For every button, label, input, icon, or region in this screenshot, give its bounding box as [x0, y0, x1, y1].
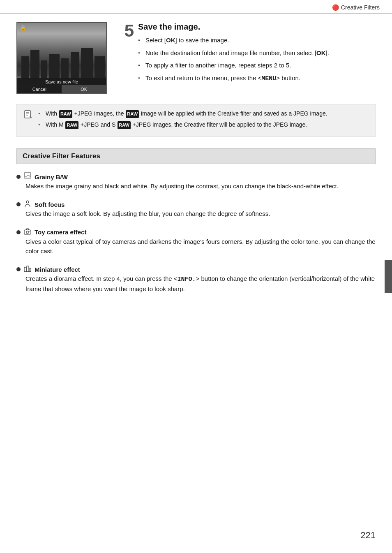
camera-icon: 🔴 — [332, 4, 339, 11]
step5-heading: Save the image. — [138, 22, 376, 32]
ok-label: OK — [62, 85, 106, 93]
camera-screen: 🔒 Save as new file Cancel OK — [16, 22, 107, 94]
building-2 — [30, 50, 39, 79]
camera-menu-buttons: Cancel OK — [17, 85, 106, 93]
feature-grainy-bw-title-row: Grainy B/W — [16, 172, 376, 181]
feature-soft-focus-title-row: Soft focus — [16, 200, 376, 209]
page-number: 221 — [360, 530, 376, 541]
feature-bullet-3 — [16, 230, 21, 234]
feature-miniature-desc: Creates a diorama effect. In step 4, you… — [16, 274, 376, 294]
note-bullet-2: With M RAW +JPEG and S RAW +JPEG images,… — [38, 120, 369, 129]
camera-lock-icon: 🔒 — [20, 25, 26, 31]
raw-badge-s: RAW — [118, 121, 131, 129]
miniature-icon — [24, 265, 31, 274]
svg-rect-11 — [27, 266, 29, 272]
feature-grainy-bw-name: Grainy B/W — [35, 174, 68, 180]
feature-bullet-2 — [16, 202, 21, 206]
feature-toy-camera-name: Toy camera effect — [35, 229, 86, 236]
save-as-new-file-label: Save as new file — [17, 78, 106, 85]
feature-toy-camera-desc: Gives a color cast typical of toy camera… — [16, 237, 376, 256]
feature-soft-focus-name: Soft focus — [35, 201, 65, 208]
grainy-bw-icon — [24, 172, 31, 181]
features-section: Creative Filter Features Grainy B/W Make… — [16, 148, 376, 294]
step5-section: 🔒 Save as new file Cancel OK 5 Save the … — [16, 22, 376, 94]
note-bullet-1: With RAW +JPEG images, the RAW image wil… — [38, 109, 369, 118]
toy-camera-icon — [24, 228, 31, 237]
feature-bullet-1 — [16, 175, 21, 179]
raw-badge-m: RAW — [65, 121, 78, 129]
note-bullets: With RAW +JPEG images, the RAW image wil… — [38, 109, 369, 129]
step5-text: Save the image. Select [OK] to save the … — [138, 22, 376, 94]
page-header: 🔴 Creative Filters — [0, 0, 392, 14]
feature-miniature: Miniature effect Creates a diorama effec… — [16, 265, 376, 294]
svg-rect-12 — [29, 268, 31, 272]
building-7 — [81, 48, 93, 79]
step5-bullet-2: Note the destination folder and image fi… — [138, 49, 376, 58]
note-box: With RAW +JPEG images, the RAW image wil… — [16, 104, 376, 137]
feature-toy-camera: Toy camera effect Gives a color cast typ… — [16, 228, 376, 256]
svg-point-6 — [26, 201, 29, 203]
step5-content: 5 Save the image. Select [OK] to save th… — [119, 22, 376, 94]
feature-soft-focus-desc: Gives the image a soft look. By adjustin… — [16, 209, 376, 218]
feature-bullet-4 — [16, 267, 21, 271]
svg-point-8 — [26, 231, 29, 234]
header-title: 🔴 Creative Filters — [332, 4, 380, 11]
building-8 — [95, 56, 105, 79]
svg-rect-5 — [24, 178, 31, 178]
raw-badge-2: RAW — [126, 110, 139, 118]
building-1 — [21, 56, 29, 79]
step5-bullet-3: To apply a filter to another image, repe… — [138, 61, 376, 70]
svg-rect-10 — [24, 267, 26, 272]
building-6 — [71, 52, 79, 79]
page-content: 🔒 Save as new file Cancel OK 5 Save the … — [0, 14, 392, 320]
note-icon — [23, 110, 33, 132]
svg-rect-0 — [25, 111, 30, 118]
step5-bullet-4: To exit and return to the menu, press th… — [138, 74, 376, 84]
cancel-label: Cancel — [17, 85, 62, 93]
building-5 — [61, 58, 69, 79]
feature-soft-focus: Soft focus Gives the image a soft look. … — [16, 200, 376, 218]
feature-grainy-bw-desc: Makes the image grainy and black and whi… — [16, 181, 376, 191]
camera-menu: Save as new file Cancel OK — [17, 78, 106, 93]
features-heading: Creative Filter Features — [16, 148, 376, 164]
feature-miniature-name: Miniature effect — [35, 266, 80, 273]
step5-bullet-1: Select [OK] to save the image. — [138, 36, 376, 45]
feature-grainy-bw: Grainy B/W Makes the image grainy and bl… — [16, 172, 376, 191]
step5-bullets: Select [OK] to save the image. Note the … — [138, 36, 376, 83]
right-side-tab — [385, 260, 392, 293]
raw-badge-1: RAW — [59, 110, 72, 118]
svg-point-9 — [29, 231, 30, 231]
building-3 — [41, 60, 47, 79]
feature-miniature-title-row: Miniature effect — [16, 265, 376, 274]
header-title-text: Creative Filters — [341, 4, 380, 11]
soft-focus-icon — [24, 200, 31, 209]
feature-toy-camera-title-row: Toy camera effect — [16, 228, 376, 237]
note-content: With RAW +JPEG images, the RAW image wil… — [38, 109, 369, 132]
building-4 — [49, 54, 60, 79]
step-number: 5 — [119, 22, 134, 94]
